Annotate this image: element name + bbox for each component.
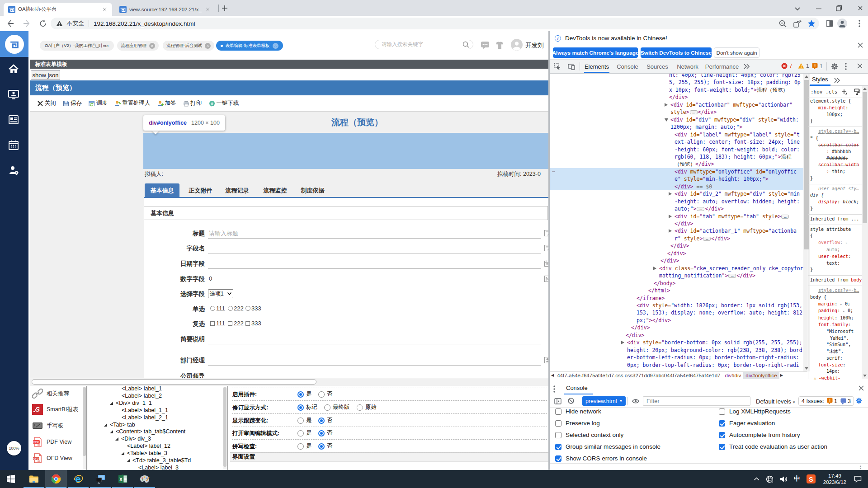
app-logo[interactable]: [0, 31, 28, 57]
new-style-rule-icon[interactable]: [841, 89, 847, 95]
console-checkbox-show-cors-errors-in-console[interactable]: Show CORS errors in console: [555, 455, 647, 462]
start-button[interactable]: [0, 470, 22, 488]
style-line[interactable]: serif;: [808, 355, 862, 362]
style-line[interactable]: "Microsoft: [808, 328, 862, 335]
input-underline[interactable]: [208, 344, 541, 344]
tree-node[interactable]: <Label> label_2: [122, 393, 162, 399]
settings-radio-option[interactable]: 否: [318, 429, 333, 437]
checkbox-icon[interactable]: [719, 432, 725, 438]
style-line[interactable]: style.css?v=-b…: [808, 128, 862, 135]
pseudo-state-button[interactable]: :hov: [811, 89, 823, 95]
tab-search-chevron-icon[interactable]: [794, 6, 801, 12]
collapsed-arrow-icon[interactable]: [669, 192, 672, 196]
tab-close-icon[interactable]: [101, 6, 108, 13]
collapsed-arrow-icon[interactable]: [621, 341, 624, 344]
styles-scrollbar-thumb[interactable]: [863, 92, 867, 223]
style-line[interactable]: "SimSun",: [808, 342, 862, 348]
style-line[interactable]: }: [808, 267, 862, 273]
js-context-selector[interactable]: preview.html▼: [582, 396, 626, 406]
toolbar-button-add-sign[interactable]: 加签: [157, 99, 176, 107]
tree-expand-arrow-icon[interactable]: [127, 459, 130, 462]
infobar-close-icon[interactable]: [857, 42, 863, 48]
settings-radio-option[interactable]: 原始: [357, 404, 377, 411]
tree-node[interactable]: <Content> tab_tab$Content: [116, 428, 185, 435]
style-line[interactable]: text;: [808, 260, 862, 267]
form-tab-5[interactable]: 制度依据: [295, 183, 330, 197]
tree-expand-arrow-icon[interactable]: [115, 437, 118, 441]
devtools-tab-sources[interactable]: Sources: [647, 60, 667, 73]
style-line[interactable]: body {: [808, 294, 862, 301]
chrome-taskbar-button[interactable]: [45, 470, 67, 488]
zoom-indicator-icon[interactable]: [778, 19, 788, 28]
console-checkbox-selected-context-only[interactable]: Selected context only: [555, 432, 623, 438]
live-expression-eye-icon[interactable]: [632, 398, 639, 405]
tree-node[interactable]: <Table> table_3: [127, 450, 167, 456]
excel-button[interactable]: X: [112, 470, 133, 488]
user-monitor-icon[interactable]: [8, 89, 19, 100]
bookmark-star-icon[interactable]: [807, 19, 816, 28]
style-line[interactable]: scrollbar-color: [808, 142, 862, 149]
side-panel-icon[interactable]: [825, 19, 835, 28]
style-line[interactable]: div {: [808, 192, 862, 199]
forward-button[interactable]: [22, 19, 32, 28]
show-json-button[interactable]: show json: [31, 70, 60, 80]
input-underline[interactable]: [208, 238, 541, 239]
window-minimize-button[interactable]: [816, 6, 822, 12]
settings-radio-option[interactable]: 是: [297, 390, 312, 398]
clear-console-icon[interactable]: [568, 398, 574, 404]
more-tabs-icon[interactable]: [743, 63, 750, 70]
styles-more-tabs-icon[interactable]: [834, 77, 840, 84]
breadcrumb-div-onlyoffice[interactable]: div#onlyoffice: [743, 372, 779, 379]
chat-bubble-icon[interactable]: [481, 41, 490, 50]
dock-scrollbar-thumb[interactable]: [83, 387, 86, 456]
breadcrumb-div-div[interactable]: div#div: [722, 372, 743, 379]
news-icon[interactable]: [8, 114, 19, 125]
breadcrumb-right-arrow-icon[interactable]: ▶: [780, 373, 783, 377]
pill-close-icon[interactable]: [273, 43, 278, 49]
console-checkbox-hide-network[interactable]: Hide network: [555, 408, 601, 415]
console-filter-input[interactable]: Filter: [643, 396, 750, 406]
tab-close-icon[interactable]: [204, 6, 212, 13]
radio-icon[interactable]: [357, 404, 363, 411]
form-tab-2[interactable]: 正文附件: [183, 183, 218, 197]
toolbar-button-download[interactable]: 一键下载: [209, 99, 239, 107]
style-line[interactable]: height: 100%;: [808, 315, 862, 322]
tree-expand-arrow-icon[interactable]: [121, 452, 124, 455]
address-bar[interactable]: 不安全 192.168.202.21/x_desktop/index.html: [51, 18, 819, 29]
form-tab-1[interactable]: 基本信息: [145, 183, 179, 197]
style-line[interactable]: "宋体",: [808, 348, 862, 355]
collapsed-arrow-icon[interactable]: [653, 267, 656, 270]
checkbox-icon[interactable]: [555, 420, 561, 427]
checkbox-icon[interactable]: [245, 321, 250, 326]
console-checkbox-eager-evaluation[interactable]: Eager evaluation: [719, 420, 775, 427]
checkbox-icon[interactable]: [555, 432, 561, 438]
input-underline[interactable]: [208, 268, 541, 269]
device-toolbar-icon[interactable]: [568, 63, 575, 70]
ime-indicator[interactable]: 中: [794, 475, 800, 483]
user-avatar[interactable]: [511, 39, 523, 51]
style-line[interactable]: YaHei",: [808, 335, 862, 342]
radio-option[interactable]: 111: [210, 305, 225, 312]
style-line[interactable]: }: [808, 175, 862, 182]
input-underline[interactable]: [208, 365, 541, 366]
file-explorer-button[interactable]: [23, 470, 45, 488]
console-tab[interactable]: Console: [566, 385, 588, 391]
checkbox-option[interactable]: 333: [245, 320, 261, 327]
paint-button[interactable]: [134, 470, 156, 488]
style-line[interactable]: }: [808, 206, 862, 212]
tree-node[interactable]: <Label> label_1_1: [122, 407, 168, 413]
pill-close-icon[interactable]: [205, 43, 211, 49]
input-underline[interactable]: [208, 284, 541, 284]
style-line[interactable]: Inherited from body: [808, 277, 862, 284]
style-line[interactable]: auto;: [808, 247, 862, 253]
user-settings-icon[interactable]: [8, 165, 19, 176]
toolbar-button-print[interactable]: 打印: [183, 99, 202, 107]
radio-option[interactable]: 222: [228, 305, 244, 312]
nav-pill-2[interactable]: 流程应用管理: [117, 41, 159, 51]
console-sidebar-icon[interactable]: [554, 398, 561, 405]
input-underline[interactable]: [208, 253, 541, 253]
style-line[interactable]: Inherited from ...: [808, 216, 862, 223]
back-button[interactable]: [5, 19, 15, 28]
warning-badge[interactable]: 1: [798, 63, 809, 69]
devtools-tab-network[interactable]: Network: [677, 60, 698, 73]
